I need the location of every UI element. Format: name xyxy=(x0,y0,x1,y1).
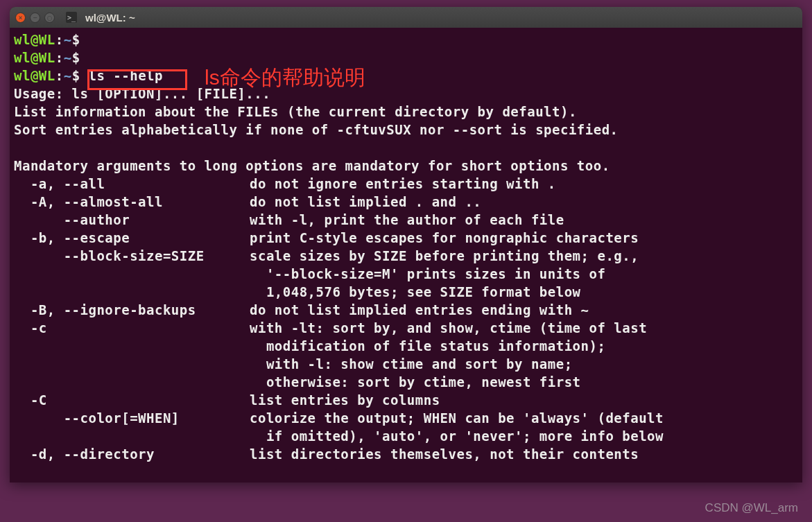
option-flag: -b, --escape xyxy=(14,229,250,247)
option-flag: --block-size=SIZE xyxy=(14,247,250,265)
option-flag: --author xyxy=(14,211,250,229)
option-row: 1,048,576 bytes; see SIZE format below xyxy=(14,283,798,301)
option-row: otherwise: sort by ctime, newest first xyxy=(14,373,798,391)
option-flag: -d, --directory xyxy=(14,445,250,463)
option-row: modification of file status information)… xyxy=(14,337,798,355)
option-row: with -l: show ctime and sort by name; xyxy=(14,355,798,373)
maximize-button[interactable]: ▢ xyxy=(44,12,55,23)
option-flag: -a, --all xyxy=(14,175,250,193)
close-button[interactable]: × xyxy=(15,12,26,23)
option-row: -b, --escapeprint C-style escapes for no… xyxy=(14,229,798,247)
prompt-user: wl xyxy=(14,32,31,47)
option-row: --block-size=SIZEscale sizes by SIZE bef… xyxy=(14,247,798,265)
option-row: -cwith -lt: sort by, and show, ctime (ti… xyxy=(14,319,798,337)
watermark: CSDN @WL_arm xyxy=(705,501,798,515)
prompt-line: wl@WL:~$ xyxy=(14,32,80,47)
option-row: if omitted), 'auto', or 'never'; more in… xyxy=(14,427,798,445)
terminal-body[interactable]: wl@WL:~$ wl@WL:~$ wl@WL:~$ ls --help Usa… xyxy=(10,28,802,466)
terminal-icon: >_ xyxy=(66,12,77,23)
help-desc: Sort entries alphabetically if none of -… xyxy=(14,122,619,137)
window-title: wl@WL: ~ xyxy=(85,12,135,24)
option-desc: with -lt: sort by, and show, ctime (time… xyxy=(250,320,647,336)
option-desc: list entries by columns xyxy=(250,392,440,408)
help-mandatory: Mandatory arguments to long options are … xyxy=(14,158,610,173)
command-text: ls --help xyxy=(89,68,163,83)
option-desc: colorize the output; WHEN can be 'always… xyxy=(250,410,664,426)
option-desc: with -l, print the author of each file xyxy=(250,212,564,227)
option-flag: -c xyxy=(14,319,250,337)
option-row: -B, --ignore-backupsdo not list implied … xyxy=(14,301,798,319)
option-desc: do not ignore entries starting with . xyxy=(250,176,556,191)
option-desc: do not list implied entries ending with … xyxy=(250,302,589,317)
prompt-path: ~ xyxy=(64,32,72,47)
option-desc: if omitted), 'auto', or 'never'; more in… xyxy=(250,428,664,444)
annotation-text: ls命令的帮助说明 xyxy=(205,64,365,92)
option-row: --color[=WHEN]colorize the output; WHEN … xyxy=(14,409,798,427)
option-desc: list directories themselves, not their c… xyxy=(250,446,639,462)
terminal-window: × − ▢ >_ wl@WL: ~ wl@WL:~$ wl@WL:~$ wl@W… xyxy=(10,7,802,482)
option-row: '--block-size=M' prints sizes in units o… xyxy=(14,265,798,283)
option-row: --authorwith -l, print the author of eac… xyxy=(14,211,798,229)
option-row: -d, --directorylist directories themselv… xyxy=(14,445,798,463)
option-desc: otherwise: sort by ctime, newest first xyxy=(250,374,581,390)
option-flag: -B, --ignore-backups xyxy=(14,301,250,319)
option-flag: -A, --almost-all xyxy=(14,193,250,211)
option-flag: -C xyxy=(14,391,250,409)
option-flag: --color[=WHEN] xyxy=(14,409,250,427)
option-desc: modification of file status information)… xyxy=(250,338,605,354)
help-desc: List information about the FILEs (the cu… xyxy=(14,104,577,119)
option-row: -a, --alldo not ignore entries starting … xyxy=(14,175,798,193)
option-desc: do not list implied . and .. xyxy=(250,194,481,209)
option-desc: print C-style escapes for nongraphic cha… xyxy=(250,230,639,245)
option-row: -Clist entries by columns xyxy=(14,391,798,409)
option-desc: scale sizes by SIZE before printing them… xyxy=(250,248,639,263)
prompt-host: WL xyxy=(39,32,55,47)
titlebar[interactable]: × − ▢ >_ wl@WL: ~ xyxy=(10,7,802,28)
prompt-line: wl@WL:~$ xyxy=(14,50,80,65)
option-desc: 1,048,576 bytes; see SIZE format below xyxy=(250,284,581,299)
prompt-line: wl@WL:~$ xyxy=(14,68,80,83)
option-row: -A, --almost-alldo not list implied . an… xyxy=(14,193,798,211)
option-desc: with -l: show ctime and sort by name; xyxy=(250,356,573,372)
option-desc: '--block-size=M' prints sizes in units o… xyxy=(250,266,605,281)
minimize-button[interactable]: − xyxy=(30,12,40,23)
